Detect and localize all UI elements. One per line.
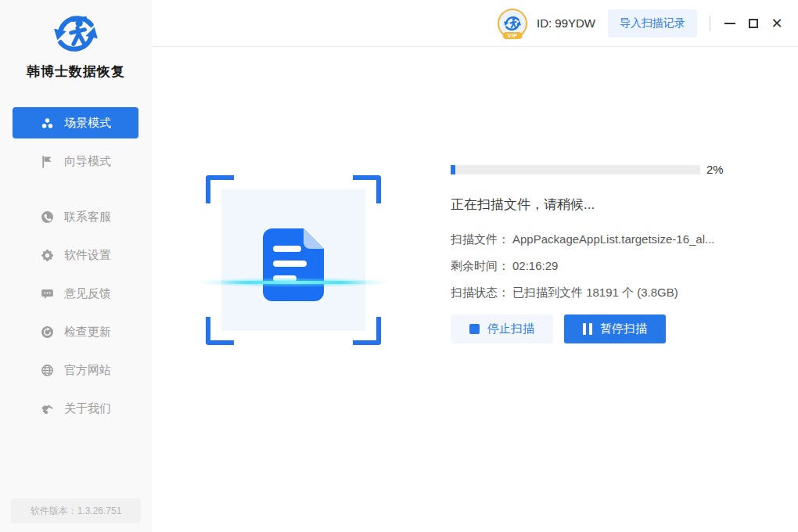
close-icon: ✕ — [771, 16, 782, 31]
pause-icon — [583, 323, 592, 335]
scan-animation — [206, 175, 381, 345]
scan-state-label: 扫描状态： — [451, 286, 509, 299]
scene-mode-icon — [41, 117, 54, 130]
close-button[interactable]: ✕ — [765, 11, 789, 36]
minimize-button[interactable] — [718, 11, 742, 36]
sidebar-menu: 场景模式 向导模式 联系客服 软件设置 意见反馈 — [13, 107, 138, 431]
scan-corner-icon — [353, 317, 381, 345]
scan-file-value: AppPackageAppList.targetsize-16_al... — [512, 232, 715, 246]
progress-bar — [451, 165, 700, 174]
sidebar-item-label: 检查更新 — [64, 325, 111, 340]
scan-state-value: 已扫描到文件 18191 个 (3.8GB) — [512, 286, 678, 299]
sidebar-item-label: 场景模式 — [64, 116, 111, 131]
scan-details: 扫描文件：AppPackageAppList.targetsize-16_al.… — [451, 232, 732, 300]
sidebar-item-feedback[interactable]: 意见反馈 — [13, 278, 138, 309]
progress-fill — [451, 165, 455, 174]
document-icon — [263, 228, 324, 304]
avatar[interactable]: VIP — [498, 9, 527, 38]
about-us-icon — [41, 402, 54, 415]
remaining-time-value: 02:16:29 — [512, 259, 558, 272]
remaining-time-row: 剩余时间：02:16:29 — [451, 258, 732, 274]
scan-corner-icon — [206, 175, 234, 203]
sidebar-item-scene-mode[interactable]: 场景模式 — [13, 107, 138, 138]
topbar-separator — [710, 16, 710, 31]
minimize-icon — [724, 23, 735, 24]
scan-actions: 停止扫描 暂停扫描 — [451, 315, 732, 343]
sidebar-item-official-website[interactable]: 官方网站 — [13, 354, 138, 386]
pause-scan-button[interactable]: 暂停扫描 — [564, 315, 666, 343]
maximize-button[interactable] — [742, 11, 765, 36]
sidebar: 韩博士数据恢复 场景模式 向导模式 联系客服 软件设置 — [0, 0, 152, 532]
stop-scan-button[interactable]: 停止扫描 — [451, 315, 553, 343]
progress-row: 2% — [451, 163, 732, 176]
sidebar-item-label: 关于我们 — [64, 401, 111, 416]
sidebar-item-customer-service[interactable]: 联系客服 — [13, 201, 138, 232]
scan-corner-icon — [206, 317, 234, 345]
customer-service-icon — [41, 210, 54, 224]
pause-scan-label: 暂停扫描 — [600, 322, 647, 336]
sidebar-item-label: 软件设置 — [64, 248, 111, 263]
check-update-icon — [41, 325, 54, 339]
app-logo-icon — [0, 8, 152, 63]
feedback-icon — [41, 287, 54, 300]
scan-status-title: 正在扫描文件，请稍候... — [451, 196, 732, 214]
sidebar-item-wizard-mode[interactable]: 向导模式 — [13, 146, 138, 177]
scan-state-row: 扫描状态：已扫描到文件 18191 个 (3.8GB) — [451, 285, 732, 300]
vip-badge: VIP — [503, 32, 523, 39]
sidebar-item-label: 意见反馈 — [64, 286, 111, 301]
stop-icon — [469, 324, 480, 334]
version-label: 软件版本：1.3.26.751 — [11, 498, 141, 523]
scan-corner-icon — [353, 175, 381, 203]
import-scan-records-button[interactable]: 导入扫描记录 — [608, 9, 697, 38]
sidebar-item-label: 联系客服 — [64, 210, 111, 225]
scan-line — [220, 281, 367, 284]
avatar-logo-icon — [502, 13, 523, 34]
app-title: 韩博士数据恢复 — [0, 63, 152, 81]
sidebar-item-label: 向导模式 — [64, 154, 111, 169]
scan-status-panel: 2% 正在扫描文件，请稍候... 扫描文件：AppPackageAppList.… — [451, 163, 732, 343]
progress-percent: 2% — [706, 163, 724, 176]
sidebar-item-settings[interactable]: 软件设置 — [13, 239, 138, 271]
scan-file-label: 扫描文件： — [451, 232, 509, 246]
user-id: ID: 99YDW — [537, 16, 595, 30]
wizard-mode-icon — [41, 155, 54, 168]
sidebar-item-about-us[interactable]: 关于我们 — [13, 393, 138, 424]
maximize-icon — [749, 19, 758, 28]
sidebar-item-check-update[interactable]: 检查更新 — [13, 316, 138, 347]
settings-icon — [41, 249, 54, 262]
stop-scan-label: 停止扫描 — [487, 322, 534, 336]
sidebar-item-label: 官方网站 — [64, 363, 111, 378]
official-website-icon — [41, 364, 54, 377]
scan-file-row: 扫描文件：AppPackageAppList.targetsize-16_al.… — [451, 232, 732, 247]
remaining-time-label: 剩余时间： — [451, 259, 509, 272]
topbar: VIP ID: 99YDW 导入扫描记录 ✕ — [152, 0, 798, 47]
